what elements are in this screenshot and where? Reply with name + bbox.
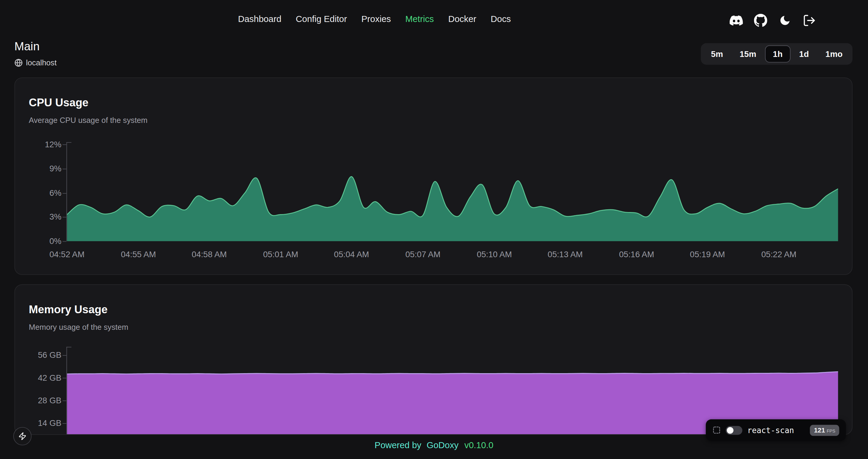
zap-icon [19, 432, 27, 440]
time-range-15m[interactable]: 15m [732, 45, 764, 63]
time-range-1d[interactable]: 1d [792, 45, 817, 63]
y-tick-mark [63, 355, 67, 356]
cpu-card-subtitle: Average CPU usage of the system [29, 116, 148, 124]
y-tick-label: 6% [15, 188, 61, 198]
y-tick-mark [63, 217, 67, 218]
nav-item-docker[interactable]: Docker [448, 14, 476, 24]
nav-item-docs[interactable]: Docs [491, 14, 511, 24]
react-scan-widget: react-scan 121 FPS [706, 419, 846, 441]
fps-unit: FPS [827, 429, 835, 434]
nav-item-config-editor[interactable]: Config Editor [296, 14, 347, 24]
y-tick-mark [63, 241, 67, 242]
y-tick-label: 12% [15, 139, 61, 150]
globe-icon [14, 59, 23, 67]
x-tick-label: 05:13 AM [538, 250, 592, 259]
discord-icon[interactable] [730, 14, 743, 27]
cpu-card-title: CPU Usage [29, 96, 89, 109]
x-tick-label: 05:10 AM [468, 250, 521, 259]
react-scan-toggle[interactable] [726, 426, 742, 434]
dark-mode-moon-icon[interactable] [778, 14, 792, 27]
x-tick-label: 05:01 AM [254, 250, 307, 259]
y-tick-label: 28 GB [15, 395, 61, 405]
x-tick-label: 04:55 AM [112, 250, 165, 259]
x-tick-label: 04:52 AM [40, 250, 93, 259]
time-range-1h[interactable]: 1h [765, 45, 790, 63]
version-label: v0.10.0 [464, 440, 493, 450]
scan-icon [712, 426, 721, 434]
y-tick-label: 56 GB [15, 350, 61, 360]
y-tick-mark [63, 193, 67, 194]
x-tick-label: 05:19 AM [681, 250, 734, 259]
y-tick-mark [63, 169, 67, 169]
nav-item-proxies[interactable]: Proxies [361, 14, 391, 24]
y-tick-label: 0% [15, 236, 61, 246]
powered-by-label: Powered by [375, 440, 421, 450]
logout-icon[interactable] [803, 14, 816, 27]
area-fill [67, 176, 838, 241]
time-range-1mo[interactable]: 1mo [818, 45, 850, 63]
github-icon[interactable] [754, 14, 767, 27]
topbar: DashboardConfig EditorProxiesMetricsDock… [0, 0, 868, 36]
godoxy-link[interactable]: GoDoxy [427, 440, 458, 450]
cpu-y-axis-top-tick [66, 142, 71, 143]
y-tick-label: 9% [15, 164, 61, 174]
y-tick-label: 42 GB [15, 373, 61, 383]
app-root: DashboardConfig EditorProxiesMetricsDock… [0, 0, 868, 459]
x-tick-label: 05:04 AM [325, 250, 378, 259]
x-tick-label: 05:16 AM [610, 250, 663, 259]
memory-card-title: Memory Usage [29, 303, 107, 316]
fps-value: 121 [814, 426, 825, 434]
y-tick-label: 3% [15, 212, 61, 222]
y-tick-mark [63, 144, 67, 145]
time-range-5m[interactable]: 5m [703, 45, 731, 63]
footer: Powered by GoDoxy v0.10.0 [0, 440, 868, 450]
quick-actions-button[interactable] [13, 427, 32, 446]
fps-badge: 121 FPS [810, 425, 839, 436]
memory-y-axis-top-tick [66, 347, 71, 348]
main-nav: DashboardConfig EditorProxiesMetricsDock… [238, 14, 511, 24]
x-tick-label: 05:07 AM [396, 250, 450, 259]
nav-item-dashboard[interactable]: Dashboard [238, 14, 281, 24]
area-stroke [67, 372, 838, 374]
time-range-selector: 5m15m1h1d1mo [701, 43, 852, 65]
y-tick-mark [63, 400, 67, 401]
y-tick-label: 14 GB [15, 418, 61, 428]
y-tick-mark [63, 378, 67, 378]
cpu-area-chart[interactable] [67, 144, 838, 241]
memory-card-subtitle: Memory usage of the system [29, 323, 128, 331]
memory-usage-card: Memory Usage Memory usage of the system … [14, 284, 852, 435]
x-tick-label: 04:58 AM [183, 250, 236, 259]
host-label: localhost [26, 58, 57, 67]
cpu-usage-card: CPU Usage Average CPU usage of the syste… [14, 77, 852, 275]
y-tick-mark [63, 423, 67, 424]
host-row: localhost [14, 58, 57, 67]
x-tick-label: 05:22 AM [752, 250, 805, 259]
react-scan-label: react-scan [747, 426, 805, 434]
toggle-knob [727, 427, 734, 433]
page-title: Main [14, 40, 40, 53]
nav-item-metrics[interactable]: Metrics [405, 14, 434, 24]
top-icons [730, 14, 816, 27]
